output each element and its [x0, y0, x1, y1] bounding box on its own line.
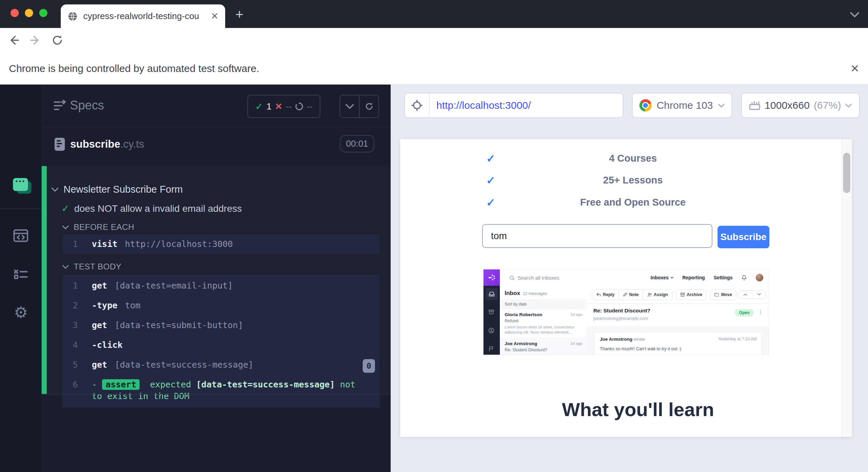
- command-number: 1: [62, 280, 92, 292]
- failed-icon: ✕: [275, 101, 283, 112]
- browser-tab[interactable]: cypress-realworld-testing-cou ✕: [61, 4, 225, 28]
- test-row[interactable]: ✓ does NOT allow a invalid email address: [61, 203, 242, 214]
- reporter-actions: [339, 95, 379, 118]
- command-row[interactable]: 4 -click: [62, 335, 380, 355]
- run-stats[interactable]: ✓ 1 ✕ -- --: [247, 95, 320, 118]
- reload-icon[interactable]: [50, 33, 65, 48]
- thread-header: Re: Student Discount? joearmstrong@examp…: [587, 304, 769, 326]
- thread-email: joearmstrong@example.com: [593, 316, 648, 321]
- inbox-icon: [486, 288, 498, 300]
- command-args: tom: [125, 300, 140, 310]
- assign-button: Assign: [643, 290, 672, 300]
- test-body-label: TEST BODY: [74, 262, 121, 271]
- tab-strip: cypress-realworld-testing-cou ✕ +: [0, 0, 868, 28]
- aut-scrollbar-track[interactable]: [841, 139, 852, 437]
- product-screenshot: Search all inboxes Inboxes Reporting Set…: [483, 269, 769, 355]
- assert-text: expected: [150, 380, 191, 389]
- back-icon[interactable]: [6, 33, 21, 48]
- before-each-label: BEFORE EACH: [74, 222, 134, 232]
- child-command-dash: -: [92, 340, 97, 350]
- tab-close-icon[interactable]: ✕: [211, 11, 218, 21]
- viewport-zoom-label: (67%): [814, 100, 841, 111]
- feature-label: 25+ Lessons: [424, 175, 842, 186]
- thread-subject: Re: Student Discount?: [593, 308, 650, 314]
- aut-iframe: ✓ 4 Courses ✓ 25+ Lessons ✓ Free and Ope…: [400, 139, 852, 437]
- command-args: http://localhost:3000: [125, 239, 233, 249]
- mail-nav-settings: Settings: [714, 275, 733, 280]
- forward-icon[interactable]: [28, 33, 43, 48]
- command-name: type: [97, 300, 117, 310]
- rerun-icon[interactable]: [359, 95, 378, 117]
- aut-url-bar[interactable]: [404, 93, 623, 118]
- message-subject: Refund: [505, 319, 582, 323]
- message-wrote: wrote: [634, 337, 645, 342]
- before-each-chevron-icon[interactable]: [62, 225, 69, 230]
- subscribe-button[interactable]: Subscribe: [718, 226, 769, 248]
- child-command-dash: -: [92, 380, 97, 389]
- viewport-select[interactable]: 1000x660 (67%): [741, 93, 860, 118]
- message-author: Joe Armstrong: [600, 337, 633, 342]
- command-name: visit: [92, 239, 117, 249]
- command-row[interactable]: 3 get[data-test=submit-button]: [62, 315, 380, 335]
- test-body-row[interactable]: TEST BODY: [62, 262, 121, 271]
- aut-url-input[interactable]: [430, 100, 623, 111]
- message-card: Joe Armstrong wrote Yesterday at 7:24 AM…: [594, 332, 762, 355]
- mail-nav-reporting: Reporting: [682, 275, 705, 280]
- automation-banner: Chrome is being controlled by automated …: [0, 52, 868, 85]
- runner-preview-panel: Chrome 103 1000x660 (67%) ✓ 4 Courses ✓ …: [391, 85, 868, 472]
- passed-indicator-strip: [42, 166, 47, 394]
- suite-collapse-chevron-icon[interactable]: [51, 187, 59, 192]
- command-row[interactable]: 1 get[data-test=email-input]: [62, 276, 380, 296]
- message-subject: Re: Student Discount?: [505, 348, 582, 352]
- passed-count: 1: [266, 101, 271, 112]
- mail-topbar: Search all inboxes Inboxes Reporting Set…: [500, 269, 769, 286]
- command-row-assert[interactable]: 6 - assert expected [data-test=success-m…: [62, 375, 380, 406]
- traffic-light-close[interactable]: [11, 9, 19, 17]
- mail-search: Search all inboxes: [509, 275, 651, 281]
- tab-title: cypress-realworld-testing-cou: [83, 11, 207, 21]
- specs-title: Specs: [70, 98, 104, 113]
- runs-nav-icon[interactable]: [0, 261, 42, 288]
- thread-more-icon: ⋮: [758, 309, 763, 315]
- test-section: Newsletter Subscribe Form ✓ does NOT all…: [42, 166, 391, 394]
- bell-icon: [741, 275, 747, 281]
- specs-nav-icon[interactable]: [0, 222, 42, 249]
- selector-playground-icon[interactable]: [405, 93, 430, 117]
- section-divider: [42, 394, 391, 395]
- test-body-chevron-icon[interactable]: [62, 265, 69, 269]
- tab-search-chevron-icon[interactable]: [849, 11, 860, 18]
- mail-nav-inboxes: Inboxes: [651, 275, 674, 280]
- message-body: Thanks so much!! Can't wait to try it ou…: [600, 346, 681, 351]
- banner-close-icon[interactable]: ✕: [850, 62, 859, 75]
- command-args: [data-test=submit-button]: [115, 320, 243, 330]
- settings-nav-icon[interactable]: ⚙: [0, 299, 42, 326]
- traffic-light-minimize[interactable]: [25, 9, 33, 17]
- spec-duration-badge: 00:01: [340, 135, 374, 152]
- assert-chip: assert: [102, 379, 140, 390]
- browser-select[interactable]: Chrome 103: [632, 93, 732, 118]
- command-row[interactable]: 2 -typetom: [62, 296, 380, 315]
- command-row[interactable]: 5 get[data-test=success-message] 0: [62, 355, 380, 375]
- message-preview: Lorem ipsum dolor sit amet, consectetur: [505, 354, 582, 355]
- rail-divider: [0, 208, 42, 209]
- new-tab-button[interactable]: +: [235, 10, 243, 19]
- command-row[interactable]: 1 visithttp://localhost:3000: [62, 234, 380, 254]
- archive-icon: [488, 309, 494, 315]
- contacts-icon: [488, 327, 494, 334]
- specs-list-icon: [53, 100, 67, 112]
- chrome-logo-icon: [639, 99, 652, 112]
- viewport-size-label: 1000x660: [765, 100, 810, 111]
- before-each-row[interactable]: BEFORE EACH: [62, 222, 134, 232]
- newsletter-email-input[interactable]: [482, 224, 712, 248]
- traffic-light-zoom[interactable]: [39, 9, 47, 17]
- test-passed-icon: ✓: [61, 203, 69, 214]
- command-name: click: [97, 340, 122, 350]
- collapse-all-icon[interactable]: [340, 95, 359, 117]
- mail-toolbar: Reply Note Assign Archive Move: [587, 286, 769, 304]
- command-number: 1: [62, 238, 92, 250]
- spec-file-row[interactable]: subscribe .cy.ts 00:01: [42, 132, 391, 156]
- aut-scrollbar-thumb[interactable]: [843, 153, 850, 193]
- next-thread-icon: [752, 291, 766, 298]
- yielded-count-badge: 0: [363, 359, 375, 373]
- suite-row[interactable]: Newsletter Subscribe Form: [51, 184, 183, 195]
